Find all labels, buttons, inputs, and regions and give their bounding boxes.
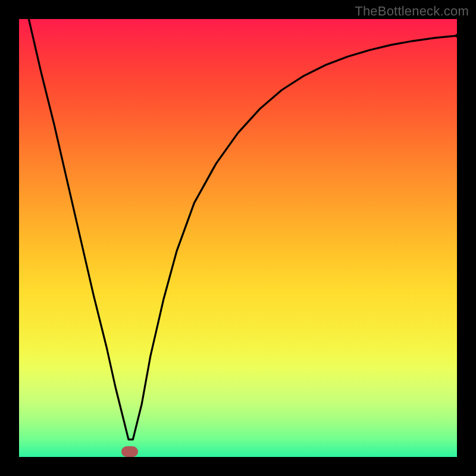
bottleneck-curve [19,19,457,457]
plot-area [19,19,457,457]
bottleneck-marker [121,446,138,457]
watermark-text: TheBottleneck.com [355,4,469,19]
chart-frame: TheBottleneck.com [0,0,476,476]
curve-endcap-right [455,34,457,37]
